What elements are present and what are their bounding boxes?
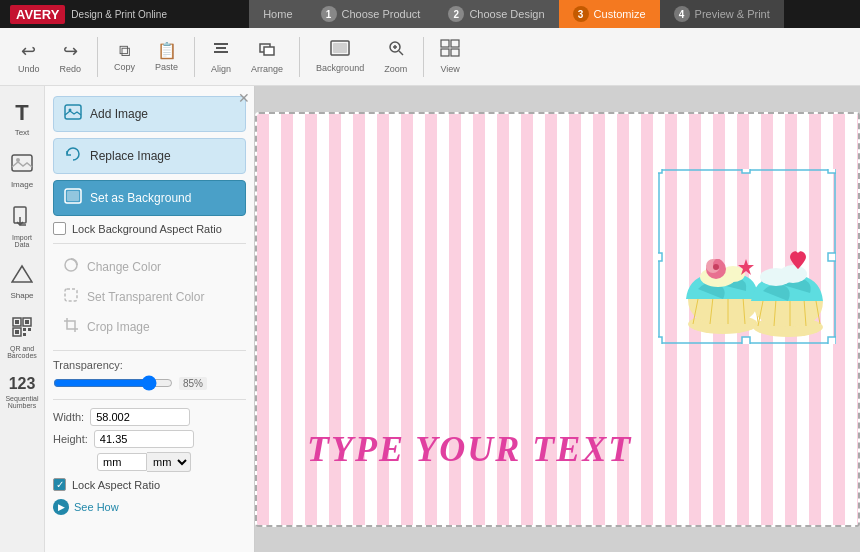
unit-select: mm in px bbox=[97, 452, 191, 472]
toolbar-sep-3 bbox=[299, 37, 300, 77]
change-color-item: Change Color bbox=[53, 252, 246, 282]
qr-icon bbox=[11, 316, 33, 343]
toolbar-align[interactable]: Align bbox=[203, 36, 239, 78]
transparency-slider[interactable] bbox=[53, 375, 173, 391]
toolbar-undo[interactable]: ↩ Undo bbox=[10, 36, 48, 78]
add-image-icon bbox=[64, 103, 82, 125]
tool-shape[interactable]: Shape bbox=[2, 258, 42, 306]
svg-rect-68 bbox=[658, 253, 662, 261]
toolbar-background[interactable]: Background bbox=[308, 36, 372, 77]
top-nav: AVERY Design & Print Online Home 1 Choos… bbox=[0, 0, 860, 28]
step-3-num: 3 bbox=[573, 6, 589, 22]
toolbar-redo[interactable]: ↪ Redo bbox=[52, 36, 90, 78]
step-3[interactable]: 3 Customize bbox=[559, 0, 660, 28]
undo-label: Undo bbox=[18, 64, 40, 74]
svg-rect-22 bbox=[15, 320, 19, 324]
step-1[interactable]: 1 Choose Product bbox=[307, 0, 435, 28]
sequential-icon: 123 bbox=[9, 375, 36, 393]
svg-rect-64 bbox=[658, 337, 662, 344]
tool-import[interactable]: Import Data bbox=[2, 199, 42, 254]
set-background-icon bbox=[64, 187, 82, 209]
step-nav: Home 1 Choose Product 2 Choose Design 3 … bbox=[249, 0, 784, 28]
step-1-num: 1 bbox=[321, 6, 337, 22]
transparency-label: Transparency: bbox=[53, 359, 246, 371]
unit-dropdown[interactable]: mm in px bbox=[147, 452, 191, 472]
lock-ratio-label: Lock Aspect Ratio bbox=[72, 479, 160, 491]
toolbar: ↩ Undo ↪ Redo ⧉ Copy 📋 Paste Align Arran… bbox=[0, 28, 860, 86]
height-row: Height: bbox=[53, 430, 246, 448]
toolbar-arrange[interactable]: Arrange bbox=[243, 36, 291, 78]
svg-rect-35 bbox=[65, 289, 77, 301]
step-4[interactable]: 4 Preview & Print bbox=[660, 0, 784, 28]
step-2-label: Choose Design bbox=[469, 8, 544, 20]
change-color-label: Change Color bbox=[87, 260, 161, 274]
svg-rect-65 bbox=[828, 337, 836, 344]
home-label: Home bbox=[263, 8, 292, 20]
width-label: Width: bbox=[53, 411, 84, 423]
svg-rect-15 bbox=[12, 155, 32, 171]
svg-rect-67 bbox=[742, 337, 750, 344]
toolbar-paste[interactable]: 📋 Paste bbox=[147, 37, 186, 76]
cupcake-container[interactable] bbox=[658, 169, 836, 344]
replace-image-icon bbox=[64, 145, 82, 167]
height-label: Height: bbox=[53, 433, 88, 445]
tool-text[interactable]: T Text bbox=[2, 94, 42, 143]
zoom-label: Zoom bbox=[384, 64, 407, 74]
align-icon bbox=[212, 40, 230, 62]
crop-label: Crop Image bbox=[87, 320, 150, 334]
svg-rect-1 bbox=[216, 47, 226, 49]
step-home[interactable]: Home bbox=[249, 0, 306, 28]
svg-rect-14 bbox=[451, 49, 459, 56]
set-background-button[interactable]: Set as Background bbox=[53, 180, 246, 216]
tool-qr[interactable]: QR and Barcodes bbox=[2, 310, 42, 365]
view-label: View bbox=[440, 64, 459, 74]
svg-rect-12 bbox=[451, 40, 459, 47]
unit-input[interactable] bbox=[97, 453, 147, 471]
lock-bg-ratio-row: Lock Background Aspect Ratio bbox=[53, 222, 246, 235]
divider-3 bbox=[53, 399, 246, 400]
background-icon bbox=[330, 40, 350, 61]
unit-row: mm in px bbox=[53, 452, 246, 472]
tool-image[interactable]: Image bbox=[2, 147, 42, 195]
toolbar-view[interactable]: View bbox=[432, 35, 468, 78]
svg-rect-13 bbox=[441, 49, 449, 56]
width-input[interactable] bbox=[90, 408, 190, 426]
set-transparent-icon bbox=[63, 287, 79, 307]
width-row: Width: bbox=[53, 408, 246, 426]
lock-bg-ratio-checkbox[interactable] bbox=[53, 222, 66, 235]
lock-ratio-checkbox[interactable]: ✓ bbox=[53, 478, 66, 491]
step-4-num: 4 bbox=[674, 6, 690, 22]
toolbar-zoom[interactable]: Zoom bbox=[376, 35, 415, 78]
step-1-label: Choose Product bbox=[342, 8, 421, 20]
toolbar-copy[interactable]: ⧉ Copy bbox=[106, 38, 143, 76]
panel-close[interactable]: ✕ bbox=[238, 90, 250, 106]
height-input[interactable] bbox=[94, 430, 194, 448]
tool-sequential[interactable]: 123 Sequential Numbers bbox=[2, 369, 42, 415]
svg-rect-0 bbox=[214, 43, 228, 45]
replace-image-button[interactable]: Replace Image bbox=[53, 138, 246, 174]
set-transparent-label: Set Transparent Color bbox=[87, 290, 204, 304]
paste-icon: 📋 bbox=[157, 41, 177, 60]
set-transparent-item: Set Transparent Color bbox=[53, 282, 246, 312]
qr-label: QR and Barcodes bbox=[6, 345, 38, 359]
brand: AVERY Design & Print Online bbox=[10, 5, 167, 24]
add-image-button[interactable]: Add Image bbox=[53, 96, 246, 132]
replace-image-label: Replace Image bbox=[90, 149, 171, 163]
view-icon bbox=[440, 39, 460, 62]
svg-rect-66 bbox=[742, 169, 750, 173]
svg-line-8 bbox=[399, 51, 403, 55]
lock-ratio-row: ✓ Lock Aspect Ratio bbox=[53, 478, 246, 491]
text-label: Text bbox=[15, 128, 30, 137]
zoom-icon bbox=[387, 39, 405, 62]
svg-rect-30 bbox=[65, 105, 81, 119]
play-icon: ▶ bbox=[53, 499, 69, 515]
see-how-link[interactable]: ▶ See How bbox=[53, 499, 246, 515]
svg-rect-4 bbox=[264, 47, 274, 55]
left-tools: T Text Image Import Data Shape QR and bbox=[0, 86, 45, 552]
step-2[interactable]: 2 Choose Design bbox=[434, 0, 558, 28]
arrange-label: Arrange bbox=[251, 64, 283, 74]
label-canvas[interactable]: TYPE YOUR TEXT bbox=[255, 112, 860, 527]
label-text[interactable]: TYPE YOUR TEXT bbox=[307, 428, 632, 470]
slider-row: 85% bbox=[53, 375, 246, 391]
svg-point-52 bbox=[713, 264, 719, 270]
